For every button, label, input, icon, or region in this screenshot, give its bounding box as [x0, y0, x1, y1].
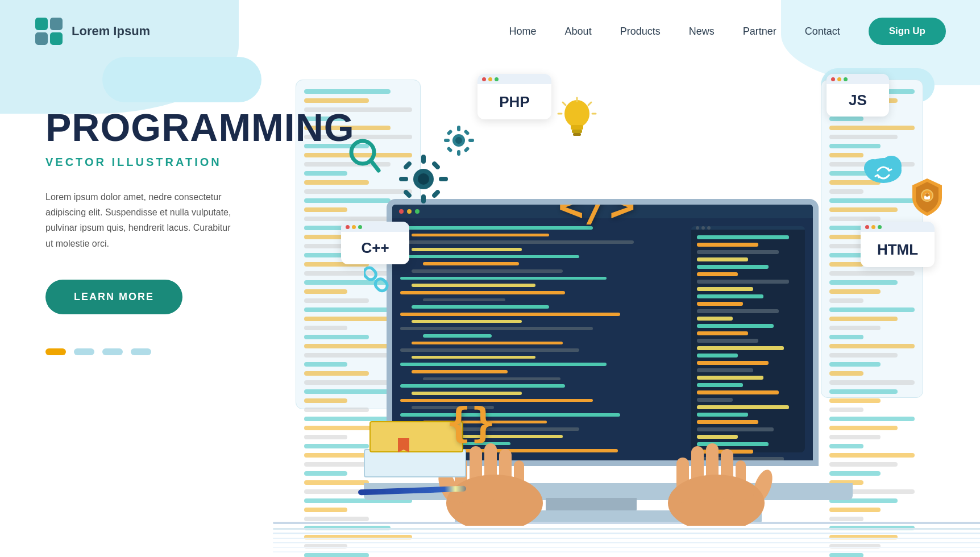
svg-rect-8	[421, 155, 426, 164]
svg-point-41	[925, 193, 929, 197]
desk-line-4	[273, 538, 980, 539]
code-tag-icon: </>	[558, 199, 635, 231]
magnifier-icon	[347, 136, 381, 184]
cpp-label: C++	[341, 239, 409, 257]
shield-icon	[909, 176, 946, 227]
svg-point-17	[455, 137, 462, 144]
html-badge: HTML	[861, 222, 935, 267]
svg-rect-18	[457, 126, 460, 131]
left-panel: PROGRAMMING VECTOR ILLUSTRATION Lorem ip…	[0, 63, 273, 557]
learn-more-button[interactable]: LEARN MORE	[45, 280, 182, 314]
gear-large-icon	[398, 153, 449, 217]
svg-rect-11	[439, 177, 448, 181]
svg-rect-9	[421, 194, 426, 203]
navigation: Home About Products News Partner Contact…	[509, 18, 946, 45]
svg-rect-19	[457, 150, 460, 156]
svg-rect-20	[444, 139, 450, 142]
svg-point-26	[564, 100, 589, 127]
svg-rect-28	[572, 130, 582, 133]
nav-products[interactable]: Products	[620, 26, 661, 38]
svg-rect-15	[431, 161, 441, 171]
svg-rect-2	[35, 32, 48, 45]
js-label: JS	[827, 92, 889, 109]
desk-line-2	[273, 528, 980, 530]
php-badge: PHP	[477, 74, 551, 119]
svg-rect-3	[50, 32, 63, 45]
svg-rect-43	[373, 277, 389, 293]
svg-line-5	[371, 160, 379, 171]
svg-rect-1	[50, 18, 63, 30]
main-title: PROGRAMMING	[45, 108, 239, 147]
logo-text: Lorem Ipsum	[72, 24, 150, 39]
lightbulb-icon	[557, 97, 597, 151]
curly-braces-icon: {}	[446, 398, 496, 446]
nav-contact[interactable]: Contact	[805, 26, 840, 38]
html-label: HTML	[861, 241, 935, 259]
main-content: PROGRAMMING VECTOR ILLUSTRATION Lorem ip…	[0, 63, 980, 557]
svg-line-32	[588, 102, 591, 105]
pen	[358, 486, 466, 496]
svg-rect-42	[364, 265, 378, 281]
dots-indicator	[45, 348, 239, 355]
subtitle: VECTOR ILLUSTRATION	[45, 156, 239, 169]
svg-point-7	[418, 173, 429, 185]
chain-icon	[364, 256, 398, 302]
desk-line-7	[273, 551, 980, 552]
svg-rect-22	[446, 129, 452, 135]
svg-rect-21	[468, 139, 474, 142]
cloud-sync-icon	[861, 148, 906, 195]
svg-line-31	[563, 102, 566, 105]
dot-3	[102, 348, 123, 355]
svg-rect-27	[571, 125, 583, 130]
php-label: PHP	[477, 93, 551, 111]
signup-button[interactable]: Sign Up	[869, 18, 946, 45]
description: Lorem ipsum dolor amet, nedre consectetu…	[45, 189, 239, 251]
svg-rect-29	[573, 133, 581, 136]
dot-1	[45, 348, 66, 355]
desk-line-3	[273, 533, 980, 534]
nav-home[interactable]: Home	[509, 26, 537, 38]
illustration-panel: C++ PHP JS	[273, 63, 980, 557]
nav-partner[interactable]: Partner	[743, 26, 776, 38]
js-badge: JS	[827, 74, 889, 117]
svg-rect-13	[431, 189, 441, 199]
logo: Lorem Ipsum	[34, 16, 150, 46]
svg-rect-14	[403, 189, 413, 199]
logo-icon	[34, 16, 64, 46]
svg-rect-25	[463, 129, 470, 135]
svg-rect-12	[403, 161, 413, 171]
svg-point-37	[881, 156, 902, 176]
pen-area	[358, 488, 472, 494]
header: Lorem Ipsum Home About Products News Par…	[0, 0, 980, 63]
laptop: </>	[341, 188, 946, 557]
nav-about[interactable]: About	[565, 26, 592, 38]
svg-rect-24	[446, 146, 452, 152]
dot-4	[131, 348, 151, 355]
desk-line-6	[273, 547, 980, 548]
svg-rect-23	[463, 146, 470, 152]
nav-news[interactable]: News	[689, 26, 715, 38]
dot-2	[74, 348, 94, 355]
svg-rect-10	[399, 177, 408, 181]
gear-small-icon	[443, 125, 475, 164]
desk-line-5	[273, 542, 980, 543]
book-bottom	[364, 449, 466, 477]
svg-rect-0	[35, 18, 48, 30]
